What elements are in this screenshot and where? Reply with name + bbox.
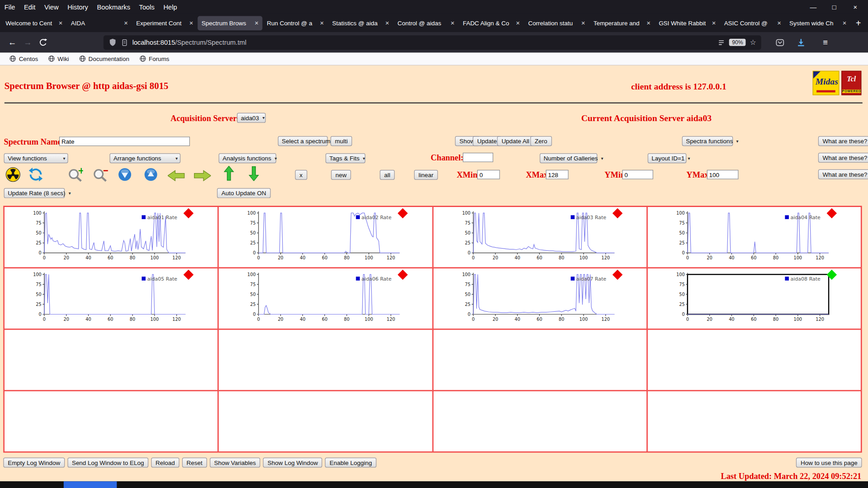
menu-item-bookmarks[interactable]: Bookmarks [93, 3, 135, 11]
menu-item-help[interactable]: Help [159, 3, 182, 11]
select-a-spectrum-dropdown[interactable]: Select a spectrum▾ [278, 136, 328, 146]
empty-log-window-button[interactable]: Empty Log Window [3, 458, 65, 468]
auto-update-button[interactable]: Auto Update ON [217, 188, 270, 198]
green-right-arrow-icon[interactable] [194, 170, 211, 182]
blue-down-arrow-icon[interactable] [118, 167, 132, 182]
tab-close-icon[interactable]: × [255, 19, 259, 27]
url-bar[interactable]: localhost:8015/Spectrum/Spectrum.tml 90%… [104, 35, 761, 50]
reload-icon[interactable] [35, 35, 51, 50]
ymin-input[interactable] [622, 170, 653, 179]
bookmark-item-documentation[interactable]: Documentation [74, 52, 134, 65]
browser-tab[interactable]: Run Control @ a× [263, 16, 328, 30]
spectrum-chart[interactable]: 0255075100020406080100120aida05 Rate [30, 270, 189, 328]
forward-icon[interactable]: → [20, 35, 35, 50]
spectrum-chart[interactable]: 0255075100020406080100120aida03 Rate [458, 209, 618, 266]
xmin-input[interactable] [477, 170, 500, 179]
spectrum-name-input[interactable] [59, 136, 190, 146]
ymax-input[interactable] [707, 170, 739, 179]
bookmark-item-centos[interactable]: Centos [5, 52, 43, 65]
linear-button[interactable]: linear [414, 170, 438, 180]
radiation-icon[interactable] [5, 167, 20, 182]
update-rate-dropdown[interactable]: Update Rate (8 secs)▾ [4, 188, 65, 198]
tab-close-icon[interactable]: × [516, 19, 520, 27]
green-down-arrow-icon[interactable] [249, 166, 259, 181]
reset-button[interactable]: Reset [182, 458, 207, 468]
menu-item-edit[interactable]: Edit [19, 3, 40, 11]
xmax-input[interactable] [546, 170, 568, 179]
browser-tab[interactable]: Welcome to Cent× [2, 16, 66, 30]
download-icon[interactable] [797, 38, 806, 47]
taskbar-window-item[interactable] [64, 481, 117, 488]
midas-logo[interactable]: Midas [813, 71, 840, 95]
browser-tab[interactable]: Spectrum Brows× [198, 16, 262, 30]
layout-id-dropdown[interactable]: Layout ID=1▾ [648, 153, 687, 163]
tab-close-icon[interactable]: × [843, 19, 847, 27]
enable-logging-button[interactable]: Enable Logging [325, 458, 376, 468]
browser-tab[interactable]: Temperature and× [590, 16, 654, 30]
url-text[interactable]: localhost:8015/Spectrum/Spectrum.tml [132, 38, 714, 46]
how-to-use-this-page-button[interactable]: How to use this page [796, 458, 862, 468]
tab-close-icon[interactable]: × [581, 19, 585, 27]
send-log-window-to-elog-button[interactable]: Send Log Window to ELog [67, 458, 148, 468]
view-functions-dropdown[interactable]: View functions▾ [4, 153, 68, 163]
all-button[interactable]: all [380, 170, 395, 180]
browser-tab[interactable]: FADC Align & Co× [459, 16, 524, 30]
analysis-functions-dropdown[interactable]: Analysis functions▾ [219, 153, 276, 163]
bookmark-item-forums[interactable]: Forums [134, 52, 175, 65]
new-button[interactable]: new [331, 170, 351, 180]
update-all-button[interactable]: Update All [497, 136, 534, 146]
browser-tab[interactable]: System wide Ch× [786, 16, 850, 30]
spectrum-chart[interactable]: 0255075100020406080100120aida06 Rate [244, 270, 404, 328]
what-are-these-button-1[interactable]: What are these? [818, 136, 868, 146]
maximize-button[interactable]: □ [830, 3, 838, 11]
tab-close-icon[interactable]: × [777, 19, 781, 27]
blue-up-arrow-icon[interactable] [143, 167, 158, 182]
spectrum-chart[interactable]: 0255075100020406080100120aida02 Rate [244, 209, 404, 266]
tab-close-icon[interactable]: × [385, 19, 389, 27]
spectrum-chart[interactable]: 0255075100020406080100120aida04 Rate [673, 209, 833, 266]
tab-close-icon[interactable]: × [320, 19, 324, 27]
menu-item-file[interactable]: File [0, 3, 19, 11]
close-button[interactable]: × [851, 3, 859, 11]
spectrum-chart[interactable]: 0255075100020406080100120aida07 Rate [458, 270, 618, 328]
acquisition-server-select[interactable]: aida03▾ [237, 113, 266, 123]
spectrum-chart[interactable]: 0255075100020406080100120aida08 Rate [673, 270, 833, 328]
show-log-window-button[interactable]: Show Log Window [263, 458, 322, 468]
menu-item-history[interactable]: History [63, 3, 92, 11]
x-button[interactable]: x [295, 170, 307, 180]
hamburger-menu-icon[interactable]: ≡ [818, 35, 833, 50]
number-of-galleries-dropdown[interactable]: Number of Galleries▾ [540, 153, 597, 163]
tab-close-icon[interactable]: × [189, 19, 193, 27]
bookmark-item-wiki[interactable]: Wiki [43, 52, 74, 65]
what-are-these-button-2[interactable]: What are these? [818, 153, 868, 163]
zoom-in-icon[interactable]: + [67, 167, 83, 183]
browser-tab[interactable]: Control @ aidas× [394, 16, 458, 30]
reader-view-icon[interactable] [717, 38, 725, 46]
arrange-functions-dropdown[interactable]: Arrange functions▾ [109, 153, 180, 163]
browser-tab[interactable]: AIDA× [67, 16, 132, 30]
tab-close-icon[interactable]: × [712, 19, 716, 27]
multi-button[interactable]: multi [330, 136, 352, 146]
bookmark-star-icon[interactable]: ☆ [750, 38, 756, 46]
tab-close-icon[interactable]: × [646, 19, 651, 27]
show-variables-button[interactable]: Show Variables [210, 458, 260, 468]
refresh-icon[interactable] [28, 167, 43, 182]
pocket-icon[interactable] [776, 38, 785, 47]
spectra-functions-dropdown[interactable]: Spectra functions▾ [682, 136, 733, 146]
green-left-arrow-icon[interactable] [168, 170, 185, 182]
new-tab-button[interactable]: + [851, 18, 866, 28]
browser-tab[interactable]: Statistics @ aida× [328, 16, 393, 30]
what-are-these-button-3[interactable]: What are these? [818, 169, 868, 179]
zoom-level-badge[interactable]: 90% [729, 39, 746, 46]
menu-item-tools[interactable]: Tools [135, 3, 159, 11]
spectrum-chart[interactable]: 0255075100020406080100120aida01 Rate [30, 209, 189, 266]
browser-tab[interactable]: Experiment Cont× [132, 16, 197, 30]
page-info-icon[interactable] [121, 38, 128, 46]
tab-close-icon[interactable]: × [124, 19, 128, 27]
browser-tab[interactable]: GSI White Rabbit× [655, 16, 720, 30]
shield-icon[interactable] [108, 38, 117, 46]
minimize-button[interactable]: — [809, 3, 817, 11]
zoom-out-icon[interactable]: − [92, 167, 108, 183]
tcl-powered-logo[interactable]: Tcl POWERED [841, 71, 861, 95]
green-up-arrow-icon[interactable] [224, 166, 234, 181]
